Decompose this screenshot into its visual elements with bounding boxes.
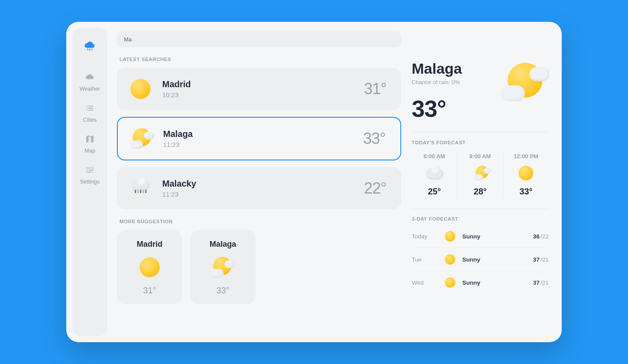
forecast-day-row: Wed Sunny 37/21 xyxy=(412,271,549,294)
current-weather-hero: Malaga Chance of rain: 0% 33° xyxy=(412,60,549,122)
forecast-day-low: /22 xyxy=(540,233,549,240)
forecast-hour: 9:00 AM 28° xyxy=(457,151,503,198)
latest-searches-heading: LATEST SEARCHES xyxy=(119,57,401,62)
weather-icon xyxy=(85,72,95,83)
forecast-hour: 6:00 AM 25° xyxy=(412,151,457,198)
multi-day-forecast-heading: 3-DAY FORECAST xyxy=(412,216,549,221)
forecast-day-condition: Sunny xyxy=(462,256,527,263)
forecast-day-high: 37 xyxy=(533,256,539,263)
sidebar: Weather Cities Map Settings xyxy=(72,28,107,336)
forecast-hour: 12:00 PM 33° xyxy=(503,151,549,198)
forecast-day-row: Today Sunny 36/22 xyxy=(412,225,549,248)
search-result-temp: 33° xyxy=(363,129,386,148)
sun-icon xyxy=(444,253,456,265)
today-forecast-row: 6:00 AM 25° 9:00 AM 28° 12:00 PM 33° xyxy=(412,151,549,198)
app-window: Weather Cities Map Settings LATEST SEARC… xyxy=(66,22,562,342)
suggestion-city: Madrid xyxy=(137,240,162,249)
search-result-city: Malaga xyxy=(163,129,353,139)
suggestion-tile[interactable]: Madrid 31° xyxy=(117,230,182,304)
sun-cloud-icon xyxy=(471,164,489,182)
forecast-day-low: /21 xyxy=(540,256,549,263)
forecast-hour-temp: 33° xyxy=(519,187,532,197)
list-icon xyxy=(85,103,95,114)
search-result-row[interactable]: Malacky 11:23 22° xyxy=(117,167,401,209)
forecast-day-row: Tue Sunny 37/21 xyxy=(412,248,549,271)
rain-cloud-icon xyxy=(129,177,152,200)
current-city: Malaga xyxy=(412,60,494,77)
sidebar-item-weather[interactable]: Weather xyxy=(72,72,107,92)
main-column: LATEST SEARCHES Madrid 10:23 31° Malaga … xyxy=(107,22,412,342)
sidebar-item-label: Weather xyxy=(79,86,100,92)
sidebar-item-settings[interactable]: Settings xyxy=(72,165,107,185)
forecast-day-name: Wed xyxy=(412,279,438,286)
sun-icon xyxy=(444,276,456,289)
map-icon xyxy=(85,134,95,145)
divider xyxy=(412,132,549,132)
forecast-day-name: Today xyxy=(412,233,438,240)
forecast-day-name: Tue xyxy=(412,256,438,263)
sun-cloud-icon xyxy=(130,127,153,150)
cloud-icon xyxy=(425,164,444,182)
forecast-day-low: /21 xyxy=(540,279,549,286)
sun-icon xyxy=(137,255,162,279)
search-result-temp: 22° xyxy=(364,179,386,197)
sun-cloud-icon xyxy=(501,60,549,102)
more-suggestion-heading: MORE SUGGESTION xyxy=(119,219,401,224)
forecast-day-high: 37 xyxy=(533,279,539,286)
search-result-temp: 31° xyxy=(364,80,386,98)
multi-day-forecast-list: Today Sunny 36/22 Tue Sunny 37/21 Wed Su… xyxy=(412,225,549,294)
suggestion-list: Madrid 31° Malaga 33° xyxy=(117,230,401,304)
sidebar-item-label: Map xyxy=(85,148,95,154)
sidebar-item-map[interactable]: Map xyxy=(72,134,107,154)
search-result-city: Malacky xyxy=(162,179,354,189)
today-forecast-heading: TODAY'S FORECAST xyxy=(412,140,549,145)
forecast-hour-temp: 25° xyxy=(428,187,441,197)
sun-icon xyxy=(444,230,456,242)
search-result-city: Madrid xyxy=(162,79,354,89)
divider xyxy=(412,208,549,208)
search-input[interactable] xyxy=(117,31,401,47)
search-result-row[interactable]: Madrid 10:23 31° xyxy=(117,68,401,110)
suggestion-temp: 31° xyxy=(143,286,156,296)
forecast-day-condition: Sunny xyxy=(462,279,527,286)
forecast-hour-time: 12:00 PM xyxy=(514,153,538,160)
search-result-time: 10:23 xyxy=(162,91,354,99)
forecast-day-condition: Sunny xyxy=(462,233,527,240)
forecast-hour-temp: 28° xyxy=(474,187,487,197)
sidebar-item-cities[interactable]: Cities xyxy=(72,103,107,123)
suggestion-tile[interactable]: Malaga 33° xyxy=(190,230,256,304)
latest-searches-list: Madrid 10:23 31° Malaga 11:23 33° xyxy=(117,68,401,209)
current-temp: 33° xyxy=(412,95,494,122)
suggestion-temp: 33° xyxy=(216,286,229,296)
forecast-hour-time: 9:00 AM xyxy=(469,153,491,160)
search-result-time: 11:23 xyxy=(163,141,353,148)
search-result-time: 11:23 xyxy=(162,191,354,198)
search-result-row[interactable]: Malaga 11:23 33° xyxy=(117,117,401,160)
sun-icon xyxy=(129,78,152,100)
forecast-hour-time: 6:00 AM xyxy=(423,153,445,160)
current-subtitle: Chance of rain: 0% xyxy=(412,79,494,85)
sidebar-item-label: Settings xyxy=(80,179,99,185)
app-logo-icon xyxy=(82,37,98,53)
sun-cloud-icon xyxy=(211,255,235,279)
sliders-icon xyxy=(85,165,95,176)
sidebar-item-label: Cities xyxy=(83,117,96,123)
detail-panel: Malaga Chance of rain: 0% 33° TODAY'S FO… xyxy=(412,22,562,342)
forecast-day-high: 36 xyxy=(533,233,539,240)
suggestion-city: Malaga xyxy=(209,240,236,249)
sun-icon xyxy=(517,164,535,182)
